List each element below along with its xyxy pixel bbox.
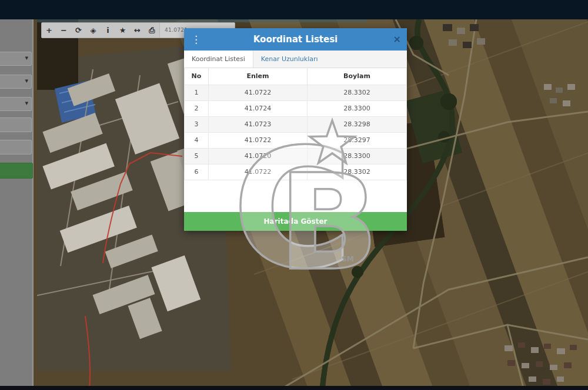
refresh-button[interactable]: ⟳ [71,23,86,38]
chevron-down-icon: ▾ [25,77,28,85]
table-row: 341.072328.3298 [185,116,407,132]
table-row: 641.072228.3302 [185,164,407,180]
info-button[interactable]: i [101,23,115,38]
bottom-bar [0,386,588,390]
table-row: 241.072428.3300 [185,100,407,116]
locate-button[interactable]: ◈ [86,23,101,38]
longitude-cell: 28.3297 [308,132,407,148]
column-header: Enlem [209,68,308,85]
latitude-cell: 41.0724 [209,100,308,116]
close-icon[interactable]: × [393,28,401,51]
kebab-menu-icon[interactable]: ⋮ [191,28,201,51]
modal-title: Koordinat Listesi [184,28,407,51]
latitude-cell: 41.0720 [209,148,308,164]
sidebar-submit-button[interactable] [0,163,33,179]
table-row: 141.072228.3302 [185,85,407,100]
modal-tabs: Koordinat Listesi Kenar Uzunlukları [184,51,407,68]
modal-header: ⋮ Koordinat Listesi × [184,28,407,51]
table-header-row: NoEnlemBoylam [185,68,407,85]
tab-kenar-uzunluklari[interactable]: Kenar Uzunlukları [253,51,326,68]
chevron-down-icon: ▾ [25,99,28,107]
measure-button[interactable]: ↔ [130,23,145,38]
longitude-cell: 28.3300 [308,100,407,116]
row-no: 2 [185,100,209,116]
latitude-cell: 41.0722 [209,164,308,180]
toolbar-buttons: +−⟳◈i★↔⎙ [42,23,159,38]
row-no: 1 [185,85,209,100]
longitude-cell: 28.3298 [308,116,407,132]
zoom-in-button[interactable]: + [42,23,56,38]
tab-koordinat-listesi[interactable]: Koordinat Listesi [184,51,253,68]
coordinate-table: NoEnlemBoylam 141.072228.3302241.072428.… [184,68,407,180]
latitude-cell: 41.0722 [209,85,308,100]
sidebar-input-2[interactable] [0,140,32,154]
coordinate-list-modal: ⋮ Koordinat Listesi × Koordinat Listesi … [184,28,407,231]
modal-filler [184,180,407,212]
row-no: 6 [185,164,209,180]
row-no: 3 [185,116,209,132]
sidebar-select-1[interactable]: ▾ [0,52,32,66]
favorites-button[interactable]: ★ [115,23,130,38]
zoom-out-button[interactable]: − [56,23,71,38]
sidebar-panel: ▾ ▾ ▾ [0,19,34,390]
coordinate-table-body: 141.072228.3302241.072428.3300341.072328… [185,85,407,180]
sidebar-select-2[interactable]: ▾ [0,75,32,89]
longitude-cell: 28.3300 [308,148,407,164]
longitude-cell: 28.3302 [308,85,407,100]
show-on-map-button[interactable]: Haritada Göster [184,212,407,231]
latitude-cell: 41.0722 [209,132,308,148]
table-row: 441.072228.3297 [185,132,407,148]
longitude-cell: 28.3302 [308,164,407,180]
latitude-cell: 41.0723 [209,116,308,132]
chevron-down-icon: ▾ [25,54,28,62]
row-no: 5 [185,148,209,164]
sidebar-input-1[interactable] [0,117,32,132]
sidebar-select-3[interactable]: ▾ [0,97,32,111]
table-row: 541.072028.3300 [185,148,407,164]
row-no: 4 [185,132,209,148]
top-navigation-bar [0,0,588,19]
app-window: ▾ ▾ ▾ +−⟳◈i★↔⎙ 41.0721 ⋮ Koordinat Liste… [0,0,588,390]
column-header: No [185,68,209,85]
print-button[interactable]: ⎙ [145,23,159,38]
column-header: Boylam [308,68,407,85]
